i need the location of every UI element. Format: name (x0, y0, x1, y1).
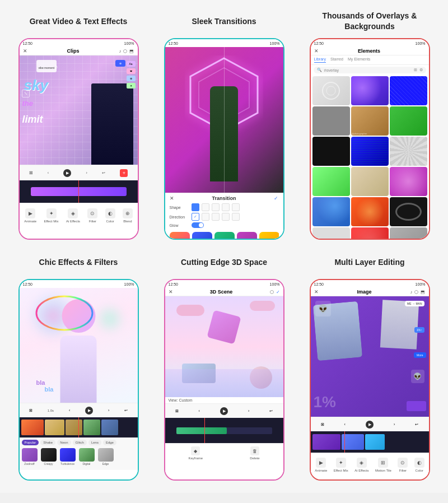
overlay-item-11[interactable] (390, 167, 427, 196)
glow-toggle[interactable] (192, 222, 204, 228)
sticker-item-1[interactable]: Aa (127, 61, 136, 67)
overlay-item-15[interactable] (312, 227, 350, 239)
expand-icon-1[interactable]: ⤡ (22, 90, 30, 97)
overlay-item-7[interactable] (351, 137, 389, 166)
tool-filter-1[interactable]: ⊙ Filter (87, 208, 97, 223)
overlay-item-4[interactable]: @photographer (351, 106, 389, 136)
overlay-item-12[interactable] (312, 197, 350, 226)
undo-icon-6[interactable]: ↩ (415, 422, 418, 427)
layers-icon-6[interactable]: ⬡ (414, 290, 418, 295)
shape-option-3[interactable] (212, 203, 220, 211)
tool-animate-1[interactable]: ▶ Animate (24, 208, 36, 223)
prev-icon-5[interactable]: ‹ (199, 409, 200, 413)
tool-blend-1[interactable]: ⊕ Blend (123, 208, 133, 223)
thumb-3dslides[interactable]: ▦ 3D Slides (192, 232, 212, 239)
dir-option-1[interactable] (202, 213, 209, 221)
close-icon-2[interactable]: ✕ (170, 195, 174, 201)
filter-tab-shake[interactable]: Shake (40, 440, 55, 445)
overlay-item-16[interactable] (351, 227, 389, 239)
filter-tab-glitch[interactable]: Glitch (73, 440, 87, 445)
overlay-item-13[interactable] (351, 197, 389, 226)
photo-card-2[interactable] (380, 300, 418, 349)
thumb-distortion[interactable]: ≋ Distortion (237, 232, 257, 239)
thumb-flash[interactable]: ⚡ Flash (259, 232, 279, 239)
expand2-icon-1[interactable]: ⊠ (29, 170, 33, 175)
prev-icon-6[interactable]: ‹ (344, 422, 346, 426)
select-btn-1[interactable]: ⊕ (115, 60, 125, 67)
next-icon-6[interactable]: › (394, 422, 395, 426)
overlay-item-0[interactable] (312, 76, 350, 105)
settings-icon-3[interactable]: ⚙ (419, 68, 423, 72)
tool-aieffects-6[interactable]: ◈ Ai Effects (354, 458, 368, 472)
tool-motiontile-6[interactable]: ⊞ Motion Tile (375, 458, 391, 472)
sticker-item-4[interactable]: ✦ (127, 83, 136, 89)
tool-color-1[interactable]: ◐ Color (105, 208, 115, 223)
music-icon-6[interactable]: ♪ (410, 290, 412, 295)
overlay-item-10[interactable] (351, 167, 389, 196)
thumb-3dspin[interactable]: ↻ 3D Spin (214, 232, 235, 239)
overlay-item-9[interactable] (312, 167, 350, 196)
fthumb-creepy[interactable]: Creepy (41, 448, 57, 465)
overlay-item-8[interactable] (390, 137, 427, 166)
expand-icon-4[interactable]: ⊠ (29, 408, 32, 413)
sticker-item-3[interactable]: ⊕ (127, 76, 136, 81)
filter-tab-lens[interactable]: Lens (88, 440, 101, 445)
tool-animate-6[interactable]: ▶ Animate (315, 458, 327, 472)
overlay-item-1[interactable] (351, 76, 389, 105)
play-btn-1[interactable]: ▶ (63, 169, 71, 177)
sticker-item-2[interactable]: ❤ (127, 68, 136, 74)
shape-option-2[interactable] (202, 203, 209, 211)
undo-icon-5[interactable]: ↩ (269, 409, 273, 413)
expand-icon-6[interactable]: ⊠ (321, 422, 324, 427)
play-btn-6[interactable]: ▶ (366, 421, 374, 429)
dir-option-2[interactable] (212, 213, 220, 221)
close-icon-6[interactable]: ✕ (314, 289, 319, 295)
tab-library[interactable]: Library (314, 57, 326, 63)
close-icon-3[interactable]: ✕ (314, 48, 319, 54)
fthumb-edge[interactable]: Edge (98, 448, 114, 465)
fthumb-turbulence[interactable]: Turbulence (60, 448, 76, 465)
overlay-item-2[interactable] (390, 76, 427, 105)
layers-icon-5[interactable]: ⬡ (270, 290, 274, 295)
play-btn-5[interactable]: ▶ (220, 407, 228, 415)
filter-tab-neon[interactable]: Neon (57, 440, 71, 445)
next-icon-4[interactable]: › (108, 408, 109, 412)
alien-sticker[interactable]: 👽 (315, 301, 331, 316)
add-btn-1[interactable]: + (120, 169, 128, 177)
shape-option-1[interactable] (192, 203, 199, 211)
sticker-panel-1[interactable]: Aa ❤ ⊕ ✦ (127, 61, 136, 89)
export-icon-1[interactable]: ⬒ (129, 49, 134, 54)
tool-aieffects-1[interactable]: ◈ Ai Effects (66, 208, 80, 223)
tool-effectmix-1[interactable]: ✦ Effect Mix (44, 208, 58, 223)
undo-icon-4[interactable]: ↩ (124, 408, 128, 413)
alien-sticker-2[interactable]: 👽 (411, 370, 424, 383)
overlay-item-3[interactable] (312, 106, 350, 136)
btn-keyframe[interactable]: ◆ Keyframe (188, 446, 203, 460)
tab-starred[interactable]: Starred (330, 57, 343, 63)
next-icon-5[interactable]: › (248, 409, 249, 413)
close-icon-1[interactable]: ✕ (23, 48, 27, 54)
shape-option-5[interactable] (232, 203, 240, 211)
check-icon-5[interactable]: ✓ (276, 290, 280, 295)
tool-filter-6[interactable]: ⊙ Filter (398, 458, 408, 472)
music-icon-1[interactable]: ♪ (119, 49, 121, 54)
tool-effectmix-6[interactable]: ✦ Effect Mix (334, 458, 348, 472)
grid-icon-3[interactable]: ⊞ (414, 68, 417, 72)
layers-icon-1[interactable]: ⬡ (123, 49, 127, 54)
search-bar-3[interactable]: 🔍 #overlay ⊞ ⚙ (314, 67, 426, 73)
filter-tab-popular[interactable]: Popular (22, 440, 39, 445)
prev-icon-1[interactable]: ‹ (48, 171, 49, 175)
overlay-item-5[interactable] (390, 106, 427, 136)
play-btn-4[interactable]: ▶ (85, 407, 93, 414)
overlay-item-6[interactable] (312, 137, 350, 166)
tab-myelements[interactable]: My Elements (348, 57, 370, 63)
direction-check[interactable]: ✓ (192, 213, 199, 221)
expand-icon-5[interactable]: ⊠ (175, 409, 179, 413)
close-icon-5[interactable]: ✕ (169, 289, 173, 295)
fthumb-zooinoff[interactable]: ZooInoff (22, 448, 38, 465)
tool-color-6[interactable]: ◐ Color (414, 458, 424, 472)
btn-delete[interactable]: 🗑 Delete (250, 446, 259, 460)
prev-icon-4[interactable]: ‹ (69, 408, 70, 412)
overlay-item-14[interactable] (390, 197, 427, 226)
next-icon-1[interactable]: › (86, 171, 87, 175)
